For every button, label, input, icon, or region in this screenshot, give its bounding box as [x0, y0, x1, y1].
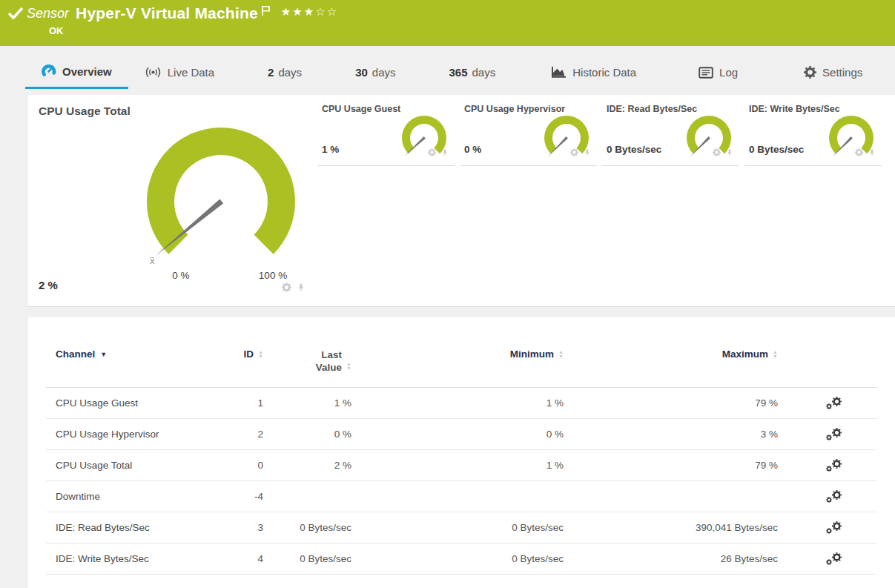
- sensor-status-badge: OK: [49, 25, 895, 36]
- table-row: CPU Usage Hypervisor 2 0 % 0 % 3 %: [46, 419, 877, 450]
- gauge-value: 0 %: [464, 144, 481, 155]
- tab-365-days[interactable]: 365 days: [433, 60, 512, 89]
- channel-last-value: 0 %: [263, 429, 351, 440]
- pin-icon[interactable]: [726, 148, 733, 156]
- column-header-channel[interactable]: Channel ▼: [46, 348, 224, 360]
- gauge-settings-gear-icon[interactable]: [713, 148, 721, 156]
- channels-table: Channel ▼ ID ▲▼ Last Value ▲▼ Minimum ▲▼…: [46, 343, 877, 575]
- channel-minimum: 0 %: [351, 429, 564, 440]
- ide-write-gauge: [822, 107, 881, 166]
- gear-icon: [804, 66, 816, 79]
- priority-flag-icon[interactable]: [261, 5, 271, 16]
- channel-id: -4: [224, 491, 263, 502]
- log-icon: [699, 67, 713, 79]
- live-icon: [145, 66, 162, 79]
- channel-name[interactable]: IDE: Write Bytes/Sec: [46, 553, 224, 564]
- table-header-row: Channel ▼ ID ▲▼ Last Value ▲▼ Minimum ▲▼…: [46, 343, 877, 388]
- channel-id: 3: [224, 522, 263, 533]
- sensor-kind-label: Sensor: [27, 6, 69, 22]
- channel-settings-icon[interactable]: [826, 397, 842, 409]
- tab-number: 2: [268, 66, 274, 79]
- channels-panel: Channel ▼ ID ▲▼ Last Value ▲▼ Minimum ▲▼…: [28, 317, 895, 588]
- channel-minimum: 0 Bytes/sec: [351, 522, 564, 533]
- gauge-settings-gear-icon[interactable]: [855, 148, 863, 156]
- gauge-card-ide-read: IDE: Read Bytes/Sec 0 Bytes/sec: [602, 95, 739, 166]
- channel-id: 0: [224, 460, 263, 471]
- channel-name[interactable]: IDE: Read Bytes/Sec: [46, 522, 224, 533]
- gauge-value: 1 %: [322, 144, 339, 155]
- channel-name[interactable]: CPU Usage Total: [46, 460, 224, 471]
- sort-icon: ▲▼: [346, 362, 351, 371]
- cpu-usage-total-gauge: x̄: [132, 113, 310, 291]
- column-label: Channel: [56, 348, 95, 360]
- table-row: IDE: Read Bytes/Sec 3 0 Bytes/sec 0 Byte…: [46, 512, 877, 544]
- channel-settings-icon[interactable]: [826, 490, 842, 503]
- channel-id: 4: [224, 553, 263, 564]
- channel-maximum: 26 Bytes/sec: [564, 553, 778, 564]
- column-label: Minimum: [510, 348, 554, 360]
- channel-settings-icon[interactable]: [826, 428, 842, 440]
- channel-name[interactable]: Downtime: [46, 491, 224, 502]
- gauge-settings-gear-icon[interactable]: [428, 148, 436, 156]
- channel-name[interactable]: CPU Usage Hypervisor: [46, 429, 224, 440]
- gauge-scale-max: 100 %: [251, 270, 295, 281]
- pin-icon[interactable]: [868, 148, 876, 156]
- tab-live-data[interactable]: Live Data: [128, 60, 231, 89]
- column-header-minimum[interactable]: Minimum ▲▼: [351, 348, 564, 360]
- status-check-icon: [7, 7, 24, 20]
- gauge-card-cpu-usage-total: CPU Usage Total x̄ 0 % 100 % 2 %: [28, 95, 316, 306]
- gauge-card-ide-write: IDE: Write Bytes/Sec 0 Bytes/sec: [744, 95, 882, 166]
- pin-icon[interactable]: [584, 148, 591, 156]
- gauges-panel: CPU Usage Total x̄ 0 % 100 % 2 % CPU Usa…: [28, 95, 895, 307]
- channel-maximum: 3 %: [564, 429, 778, 440]
- gauge-title: CPU Usage Guest: [322, 104, 400, 114]
- column-header-id[interactable]: ID ▲▼: [224, 348, 263, 360]
- tab-label: Historic Data: [572, 66, 636, 79]
- gauge-icon: [42, 64, 56, 79]
- gauge-title: CPU Usage Total: [39, 105, 131, 118]
- gauge-value: 0 Bytes/sec: [749, 144, 804, 155]
- channel-settings-icon[interactable]: [826, 521, 842, 534]
- ide-read-gauge: [679, 107, 739, 166]
- pin-icon[interactable]: [297, 283, 306, 292]
- tab-log[interactable]: Log: [682, 60, 754, 89]
- gauge-card-cpu-usage-guest: CPU Usage Guest 1 %: [317, 95, 455, 166]
- channel-id: 2: [224, 429, 263, 440]
- channel-maximum: 79 %: [564, 460, 778, 471]
- column-header-last-value[interactable]: Last Value ▲▼: [263, 348, 351, 374]
- channel-name[interactable]: CPU Usage Guest: [46, 397, 224, 409]
- sort-icon: ▲▼: [773, 350, 778, 359]
- gauge-value: 0 Bytes/sec: [607, 144, 661, 155]
- gauge-settings-gear-icon[interactable]: [570, 148, 578, 156]
- priority-stars[interactable]: ★★★☆☆: [281, 5, 338, 19]
- table-row: CPU Usage Guest 1 1 % 1 % 79 %: [46, 388, 877, 419]
- channel-settings-icon[interactable]: [826, 552, 842, 565]
- tab-number: 30: [355, 66, 368, 79]
- pin-icon[interactable]: [441, 148, 449, 156]
- channel-minimum: 1 %: [351, 397, 564, 409]
- column-header-maximum[interactable]: Maximum ▲▼: [564, 348, 778, 360]
- tab-label: days: [472, 66, 496, 79]
- table-row: IDE: Write Bytes/Sec 4 0 Bytes/sec 0 Byt…: [46, 544, 877, 575]
- tab-2-days[interactable]: 2 days: [251, 60, 318, 89]
- tab-30-days[interactable]: 30 days: [339, 60, 412, 89]
- tab-historic-data[interactable]: Historic Data: [534, 59, 653, 89]
- tab-settings[interactable]: Settings: [787, 60, 879, 89]
- sort-icon: ▲▼: [258, 350, 263, 359]
- average-marker: x̄: [150, 255, 155, 266]
- tab-overview[interactable]: Overview: [25, 58, 128, 89]
- channel-id: 1: [224, 397, 263, 409]
- gauge-scale-min: 0 %: [159, 270, 203, 281]
- tab-label: days: [372, 66, 396, 79]
- table-row: Downtime -4: [46, 481, 877, 512]
- channel-settings-icon[interactable]: [826, 459, 842, 472]
- channel-last-value: 0 Bytes/sec: [263, 553, 351, 564]
- sensor-header: Sensor Hyper-V Virtual Machine ★★★☆☆ OK: [0, 0, 895, 46]
- gauge-settings-gear-icon[interactable]: [282, 283, 291, 292]
- gauge-value: 2 %: [39, 279, 58, 291]
- table-row: CPU Usage Total 0 2 % 1 % 79 %: [46, 450, 877, 481]
- tab-label: Log: [719, 66, 738, 79]
- channel-maximum: 390,041 Bytes/sec: [564, 522, 778, 533]
- sensor-title: Hyper-V Virtual Machine: [76, 4, 258, 22]
- tab-number: 365: [449, 66, 468, 79]
